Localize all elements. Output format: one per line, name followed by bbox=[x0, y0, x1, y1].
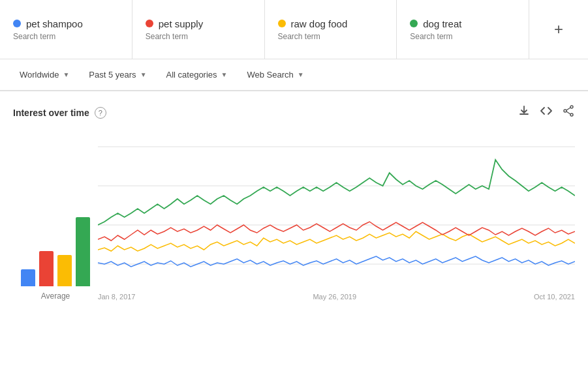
avg-bars bbox=[21, 209, 90, 288]
search-term-dog-treat[interactable]: dog treat Search term bbox=[397, 0, 529, 59]
term-name-pet-shampoo: pet shampoo bbox=[26, 18, 83, 29]
term-label-dog-treat: Search term bbox=[410, 32, 516, 41]
term-label-pet-shampoo: Search term bbox=[13, 32, 119, 41]
avg-bar-pet-supply bbox=[39, 251, 54, 286]
chart-title: Interest over time bbox=[13, 108, 89, 118]
search-type-arrow-icon: ▼ bbox=[298, 71, 304, 78]
download-button[interactable] bbox=[518, 104, 531, 121]
categories-arrow-icon: ▼ bbox=[221, 71, 228, 78]
dot-pet-supply bbox=[146, 20, 153, 27]
chart-container: Average 100 75 50 25 bbox=[13, 134, 575, 301]
line-chart-area: 100 75 50 25 Jan 8, 2017 May 26, 2019 Oc… bbox=[98, 134, 575, 301]
average-bars-section: Average bbox=[13, 209, 98, 301]
filter-bar: Worldwide ▼ Past 5 years ▼ All categorie… bbox=[0, 59, 588, 91]
term-name-dog-treat: dog treat bbox=[423, 18, 461, 29]
time-range-filter[interactable]: Past 5 years ▼ bbox=[82, 66, 153, 83]
avg-bar-raw-dog-food bbox=[57, 255, 72, 286]
avg-bar-pet-shampoo bbox=[21, 269, 35, 286]
svg-point-2 bbox=[564, 110, 566, 112]
chart-header: Interest over time ? bbox=[13, 104, 575, 121]
chart-section: Interest over time ? bbox=[0, 91, 588, 307]
term-name-raw-dog-food: raw dog food bbox=[291, 18, 348, 29]
search-type-label: Web Search bbox=[247, 70, 293, 80]
help-icon[interactable]: ? bbox=[95, 107, 106, 119]
term-label-raw-dog-food: Search term bbox=[278, 32, 384, 41]
dot-dog-treat bbox=[410, 20, 418, 27]
chart-dates: Jan 8, 2017 May 26, 2019 Oct 10, 2021 bbox=[98, 290, 575, 301]
search-term-pet-supply[interactable]: pet supply Search term bbox=[132, 0, 265, 59]
svg-point-1 bbox=[570, 113, 573, 116]
time-range-arrow-icon: ▼ bbox=[140, 71, 147, 78]
search-term-pet-shampoo[interactable]: pet shampoo Search term bbox=[0, 0, 132, 59]
categories-label: All categories bbox=[166, 70, 217, 80]
average-label: Average bbox=[41, 291, 70, 301]
location-filter[interactable]: Worldwide ▼ bbox=[13, 66, 76, 83]
dot-pet-shampoo bbox=[13, 20, 21, 27]
time-range-label: Past 5 years bbox=[89, 70, 136, 80]
search-terms-bar: pet shampoo Search term pet supply Searc… bbox=[0, 0, 588, 59]
term-name-pet-supply: pet supply bbox=[159, 18, 203, 29]
search-term-raw-dog-food[interactable]: raw dog food Search term bbox=[265, 0, 397, 59]
term-label-pet-supply: Search term bbox=[146, 32, 251, 41]
svg-point-0 bbox=[570, 106, 573, 108]
trend-chart-svg: 100 75 50 25 bbox=[98, 134, 575, 290]
search-type-filter[interactable]: Web Search ▼ bbox=[240, 66, 310, 83]
share-button[interactable] bbox=[562, 104, 575, 121]
date-start: Jan 8, 2017 bbox=[98, 293, 136, 301]
location-arrow-icon: ▼ bbox=[63, 71, 69, 78]
categories-filter[interactable]: All categories ▼ bbox=[160, 66, 234, 83]
avg-bar-dog-treat bbox=[76, 217, 90, 286]
date-mid: May 26, 2019 bbox=[313, 293, 356, 301]
dot-raw-dog-food bbox=[278, 20, 286, 27]
chart-actions bbox=[518, 104, 575, 121]
location-label: Worldwide bbox=[20, 70, 59, 80]
embed-button[interactable] bbox=[540, 104, 553, 121]
date-end: Oct 10, 2021 bbox=[534, 293, 575, 301]
add-term-button[interactable]: + bbox=[529, 0, 588, 59]
